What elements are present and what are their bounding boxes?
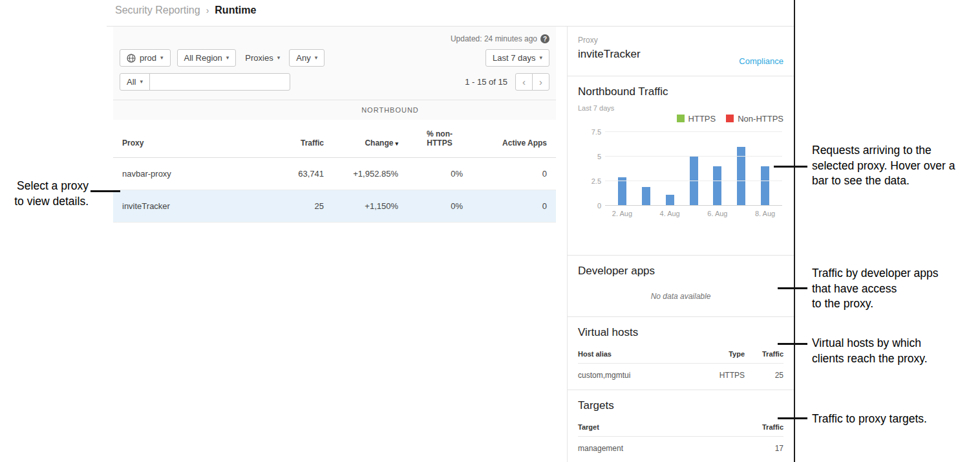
- caret-down-icon: ▾: [277, 55, 281, 61]
- annotation-connector-chart: [774, 166, 807, 168]
- screen: Security Reporting › Runtime Updated: 24…: [0, 0, 980, 462]
- sort-desc-icon: ▾: [395, 140, 398, 147]
- traffic-bar[interactable]: [618, 177, 626, 206]
- environment-dropdown[interactable]: prod ▾: [120, 49, 171, 67]
- traffic-bar[interactable]: [761, 166, 769, 206]
- caret-down-icon: ▾: [160, 55, 164, 61]
- bar-column: [634, 132, 658, 206]
- column-header-proxy[interactable]: Proxy: [113, 120, 275, 158]
- any-dropdown[interactable]: Any ▾: [289, 49, 325, 67]
- column-header-change[interactable]: Change▾: [333, 120, 407, 158]
- cell-non-https: 0%: [407, 158, 472, 190]
- bar-column: [610, 132, 634, 206]
- proxy-label: Proxy: [578, 36, 783, 45]
- annotation-virtual-hosts-note: Virtual hosts by which clients reach the…: [812, 336, 928, 366]
- cell-type: HTTPS: [699, 371, 745, 380]
- chart-bars: [605, 132, 782, 206]
- northbound-traffic-title: Northbound Traffic: [578, 85, 783, 98]
- search-scope-label: All: [127, 77, 136, 87]
- developer-apps-empty: No data available: [578, 292, 783, 301]
- proxy-row[interactable]: navbar-proxy 63,741 +1,952.85% 0% 0: [113, 158, 556, 190]
- annotation-developer-apps-note: Traffic by developer apps that have acce…: [812, 266, 939, 312]
- targets-title: Targets: [578, 399, 783, 412]
- chart-plot: 02.557.5: [605, 132, 782, 206]
- targets-section: Targets Target Traffic management 17: [568, 390, 794, 462]
- virtual-hosts-section: Virtual hosts Host alias Type Traffic cu…: [568, 317, 794, 390]
- cell-change: +1,952.85%: [333, 158, 407, 190]
- traffic-bar[interactable]: [666, 195, 674, 206]
- breadcrumb: Security Reporting › Runtime: [115, 5, 256, 16]
- gridline: [605, 181, 782, 181]
- targets-header-row: Target Traffic: [578, 423, 783, 437]
- breadcrumb-parent[interactable]: Security Reporting: [115, 5, 200, 16]
- virtual-host-row[interactable]: custom,mgmtui HTTPS 25: [578, 364, 783, 380]
- developer-apps-title: Developer apps: [578, 265, 783, 278]
- column-header-target: Target: [578, 423, 745, 431]
- annotation-targets-note: Traffic to proxy targets.: [812, 412, 927, 427]
- breadcrumb-chevron-icon: ›: [206, 5, 209, 16]
- gridline: [605, 205, 782, 206]
- proxy-table: NORTHBOUND Proxy Traffic Change▾ % non-H…: [113, 100, 556, 223]
- column-header-traffic[interactable]: Traffic: [275, 120, 333, 158]
- region-label: All Region: [184, 53, 222, 63]
- column-header-change-label: Change: [365, 138, 393, 148]
- prev-page-button[interactable]: ‹: [515, 73, 533, 91]
- next-page-button[interactable]: ›: [532, 73, 549, 91]
- column-header-traffic: Traffic: [745, 350, 783, 358]
- pagination-count: 1 - 15 of 15: [465, 77, 507, 87]
- caret-down-icon: ▾: [315, 55, 318, 61]
- updated-row: Updated: 24 minutes ago ?: [120, 34, 549, 43]
- x-tick-label: [729, 210, 753, 217]
- search-row: All ▾ 1 - 15 of 15 ‹ ›: [120, 73, 549, 91]
- y-tick-label: 5: [579, 153, 601, 160]
- group-header-northbound: NORTHBOUND: [113, 100, 556, 120]
- y-tick-label: 7.5: [579, 128, 601, 136]
- target-row[interactable]: management 17: [578, 437, 783, 453]
- chart-legend: HTTPS Non-HTTPS: [578, 113, 783, 124]
- column-header-active-apps[interactable]: Active Apps: [472, 120, 556, 158]
- region-dropdown[interactable]: All Region ▾: [177, 49, 237, 67]
- cell-non-https: 0%: [407, 190, 472, 223]
- legend-swatch: [726, 115, 734, 122]
- search-scope-dropdown[interactable]: All ▾: [120, 73, 150, 91]
- annotation-connector-targets: [778, 417, 807, 419]
- chart-xlabels: 2. Aug4. Aug6. Aug8. Aug: [605, 206, 782, 217]
- date-range-label: Last 7 days: [493, 53, 536, 63]
- search-input[interactable]: [149, 73, 290, 91]
- annotation-chart-note: Requests arriving to the selected proxy.…: [812, 143, 955, 189]
- cell-change: +1,150%: [333, 190, 407, 223]
- compliance-link[interactable]: Compliance: [739, 56, 783, 66]
- cell-host-alias: custom,mgmtui: [578, 371, 699, 380]
- legend-swatch: [677, 115, 685, 122]
- traffic-bar[interactable]: [713, 166, 721, 206]
- column-header-traffic: Traffic: [745, 423, 783, 431]
- annotation-select-proxy: Select a proxy to view details.: [1, 179, 89, 209]
- any-label: Any: [296, 53, 310, 63]
- virtual-hosts-header-row: Host alias Type Traffic: [578, 350, 783, 364]
- x-tick-label: 4. Aug: [658, 210, 682, 217]
- filter-area: Updated: 24 minutes ago ? prod ▾ All Reg…: [113, 27, 556, 100]
- column-header-non-https[interactable]: % non-HTTPS: [407, 120, 472, 158]
- updated-label: Updated: 24 minutes ago: [451, 34, 537, 43]
- proxies-dropdown[interactable]: Proxies ▾: [242, 49, 282, 67]
- caret-down-icon: ▾: [539, 55, 542, 61]
- cell-proxy-name[interactable]: navbar-proxy: [113, 158, 275, 190]
- cell-traffic: 63,741: [275, 158, 333, 190]
- caret-down-icon: ▾: [226, 55, 229, 61]
- column-header-non-https-label: % non-HTTPS: [423, 129, 456, 148]
- chevron-left-icon: ‹: [522, 76, 526, 87]
- proxy-row-selected[interactable]: inviteTracker 25 +1,150% 0% 0: [113, 190, 556, 223]
- cell-traffic: 25: [275, 190, 333, 223]
- annotation-connector-select-proxy: [91, 190, 120, 192]
- annotation-connector-developer-apps: [778, 287, 807, 289]
- traffic-bar[interactable]: [642, 187, 650, 206]
- globe-icon: [127, 54, 136, 63]
- cell-target: management: [578, 444, 745, 453]
- cell-proxy-name[interactable]: inviteTracker: [113, 190, 275, 223]
- screenshot-right-border: [794, 0, 795, 462]
- detail-header: Proxy inviteTracker Compliance: [568, 27, 794, 76]
- bar-column: [753, 132, 777, 206]
- date-range-dropdown[interactable]: Last 7 days ▾: [485, 49, 549, 67]
- help-icon[interactable]: ?: [540, 34, 549, 43]
- bar-column: [729, 132, 753, 206]
